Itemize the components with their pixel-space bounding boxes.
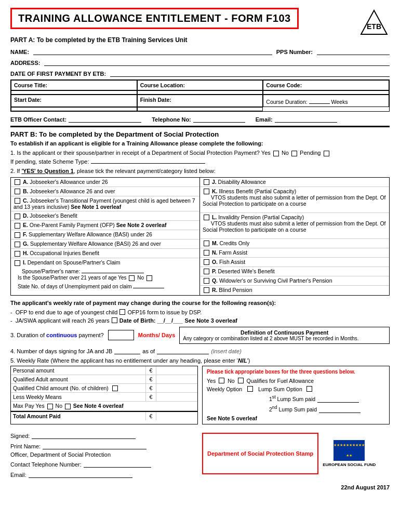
duration-label: Course Duration: — [266, 99, 307, 105]
item-c-checkbox[interactable] — [15, 198, 20, 204]
officer-label: Officer, Department of Social Protection — [10, 451, 198, 458]
q2-rest-text: , please tick the relevant payment/categ… — [74, 168, 216, 174]
q1-scheme-value[interactable] — [91, 156, 205, 164]
etb-contact-value[interactable] — [69, 114, 141, 123]
date-row: DATE OF FIRST PAYMENT BY ETB: — [10, 69, 390, 77]
item-n-checkbox[interactable] — [204, 250, 209, 256]
item-e-checkbox[interactable] — [15, 223, 20, 229]
q1-yes-checkbox[interactable] — [273, 151, 279, 156]
item-o-checkbox[interactable] — [204, 259, 209, 265]
q1-pending-checkbox[interactable] — [324, 151, 329, 156]
spouse-age-no-checkbox[interactable] — [146, 275, 152, 281]
item-l-checkbox[interactable] — [204, 215, 209, 220]
q5-heading: 5. Weekly Rate (Where the applicant has … — [10, 357, 390, 364]
reason-item-2: - JA/SWA applicant will reach 26 years D… — [10, 317, 390, 324]
etb-contact-label: ETB Officer Contact: — [10, 116, 66, 123]
weekly-means-value[interactable] — [156, 393, 197, 401]
start-date-value[interactable] — [11, 107, 137, 111]
course-title-value[interactable] — [11, 90, 137, 95]
course-location-value[interactable] — [137, 90, 263, 95]
lump1-value[interactable] — [317, 394, 359, 403]
item-p-checkbox[interactable] — [204, 269, 209, 274]
tel-row: Contact Telephone Number: — [10, 459, 198, 468]
etb-officer-row: ETB Officer Contact: Telephone No: Email… — [10, 114, 390, 123]
address-field[interactable] — [44, 58, 390, 66]
qualified-child-value[interactable] — [156, 384, 197, 393]
spouse-name-field[interactable] — [82, 266, 144, 273]
email-row: Email: — [10, 470, 198, 478]
tick-instruction: Please tick appropriate boxes for the th… — [207, 369, 385, 375]
weekly-option-row: Weekly Option Lump Sum Option — [207, 386, 385, 392]
stamp-box: Department of Social Protection Stamp — [202, 433, 318, 474]
item-d-checkbox[interactable] — [15, 214, 20, 219]
total-amount-value[interactable] — [156, 412, 197, 420]
etb-tel-field: Telephone No: — [152, 114, 245, 123]
course-code-value[interactable] — [263, 90, 389, 95]
item-j-checkbox[interactable] — [204, 179, 209, 185]
bottom-section: Signed: Print Name: Officer, Department … — [10, 428, 390, 480]
name-field[interactable] — [33, 47, 272, 55]
item-g-checkbox[interactable] — [15, 242, 20, 247]
signed-field[interactable] — [32, 431, 136, 439]
weeks-label: Weeks — [331, 99, 348, 105]
personal-amount-row: Personal amount € — [11, 366, 197, 375]
reason1-rest: OFP16 form to issue by DSP. — [127, 309, 202, 315]
date-label: DATE OF FIRST PAYMENT BY ETB: — [10, 71, 106, 77]
item-m-checkbox[interactable] — [204, 241, 209, 246]
print-row: Print Name: — [10, 441, 198, 449]
fuel-no-checkbox[interactable] — [238, 378, 244, 383]
lump2-value[interactable] — [319, 405, 361, 413]
finish-date-value[interactable] — [137, 107, 263, 111]
reason2-pre: JA/SWA applicant will reach 26 years — [16, 317, 110, 324]
item-a-checkbox[interactable] — [15, 179, 20, 185]
item-k-checkbox[interactable] — [204, 189, 209, 194]
item-h-checkbox[interactable] — [15, 251, 20, 257]
pps-field[interactable] — [317, 47, 390, 55]
tel-field[interactable] — [84, 459, 151, 468]
q4-insert: (insert date) — [211, 348, 242, 354]
right-col: J. Disability Allowance K. Illness Benef… — [200, 178, 389, 295]
reason1-checkbox[interactable] — [119, 309, 125, 315]
item-f: F. Supplementary Welfare Allowance (BASI… — [11, 230, 199, 240]
email-field[interactable] — [29, 470, 132, 478]
child-count-checkbox[interactable] — [112, 385, 118, 391]
address-row: ADDRESS: — [10, 58, 390, 66]
personal-value[interactable] — [156, 366, 197, 375]
q1-no-checkbox[interactable] — [291, 151, 297, 156]
reason2-checkbox[interactable] — [112, 317, 117, 323]
qualifies-label: Qualifies for Fuel Allowance — [247, 378, 314, 384]
etb-tel-value[interactable] — [193, 114, 245, 123]
duration-box[interactable] — [108, 330, 134, 340]
item-a: A. Jobseeker's Allowance under 26 — [11, 178, 199, 187]
item-b: B. Jobseeker's Allowance 26 and over — [11, 187, 199, 196]
duration-value[interactable] — [309, 97, 330, 104]
item-r-checkbox[interactable] — [204, 287, 209, 293]
unemployment-days-field[interactable] — [133, 281, 164, 288]
lump-sum-checkbox[interactable] — [306, 386, 312, 392]
signed-section: Signed: Print Name: Officer, Department … — [10, 431, 198, 480]
item-b-checkbox[interactable] — [15, 189, 20, 194]
note5-label: See Note 5 overleaf — [207, 415, 385, 421]
esf-label: EUROPEAN SOCIAL FUND — [323, 462, 376, 467]
qualified-adult-value[interactable] — [156, 375, 197, 383]
reasons-heading: The applicant's weekly rate of payment m… — [10, 300, 390, 306]
item-c: C. Jobseeker's Transitional Payment (you… — [11, 196, 199, 212]
item-q-checkbox[interactable] — [204, 278, 209, 284]
weekly-option-checkbox[interactable] — [247, 386, 253, 392]
esf-logo: ★★★ ★★★ ★★★ ★★★ EUROPEAN SOCIAL FUND — [323, 440, 376, 467]
date-field[interactable] — [110, 69, 390, 77]
q4-date-field[interactable] — [157, 347, 209, 354]
etb-email-value[interactable] — [275, 114, 337, 123]
max-pay-no-checkbox[interactable] — [65, 404, 71, 409]
spouse-age-yes-checkbox[interactable] — [129, 275, 135, 281]
name-label: NAME: — [10, 49, 29, 55]
reason-item-1: - OFP to end due to age of youngest chil… — [10, 309, 390, 315]
fuel-yes-checkbox[interactable] — [219, 378, 224, 383]
max-pay-yes-checkbox[interactable] — [47, 404, 53, 409]
reason2-note: See Note 3 overleaf — [185, 317, 238, 324]
q4-days-field[interactable] — [114, 347, 140, 354]
q3-row: 3. Duration of continuous payment? Month… — [10, 327, 390, 344]
item-f-checkbox[interactable] — [15, 232, 20, 238]
print-field[interactable] — [43, 441, 146, 449]
item-i-checkbox[interactable] — [15, 260, 20, 266]
